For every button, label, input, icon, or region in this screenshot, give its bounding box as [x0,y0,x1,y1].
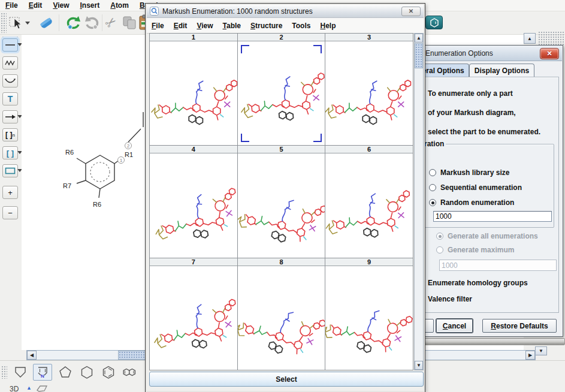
menu-tools[interactable]: Tools [287,22,315,30]
molecule-structure [150,42,237,145]
template-cyclopentane-flat[interactable] [11,364,30,381]
menu-insert[interactable]: Insert [75,0,105,11]
r6-label: R6 [65,149,74,156]
select-tool-icon[interactable] [8,14,31,32]
text-tool[interactable]: T [2,92,18,105]
scroll-up-arrow[interactable]: ▲ [415,34,423,43]
molecule-structure [238,154,325,257]
molecule-structure [238,42,325,145]
rectangle-tool[interactable] [2,164,18,177]
menu-file[interactable]: File [0,0,23,11]
repeat-brackets-tool[interactable]: [ ]n [2,128,18,141]
restore-defaults-button[interactable]: Restore Defaults [482,319,557,333]
grid-cell-2[interactable]: 2 [238,34,325,145]
cell-number: 6 [325,146,413,153]
redo-icon[interactable] [83,14,102,32]
template-naphthalene[interactable] [120,364,140,381]
minus-charge-tool[interactable]: − [2,206,18,219]
grid-cell-4[interactable]: 4 [150,146,237,257]
plus-charge-tool[interactable]: + [2,186,18,199]
canvas-scroll-down[interactable]: ▼ [535,346,547,355]
magnifier-icon [150,7,159,16]
markush-enumeration-window: Markush Enumeration: 1000 random structu… [145,3,425,392]
window-titlebar[interactable]: Markush Enumeration: 1000 random structu… [147,5,424,18]
random-count-input[interactable] [433,211,552,222]
checkbox-valence-filter-label[interactable]: Valence filter [428,295,472,303]
menu-file[interactable]: File [147,22,169,30]
markush-diagram[interactable]: R6 R7 R6 R1 1 2 [57,105,153,219]
polygon-icon[interactable] [35,384,49,392]
scroll-left-arrow[interactable]: ◀ [27,351,37,360]
cell-number: 2 [238,34,325,41]
grid-cell-7[interactable]: 7 [150,258,237,370]
3d-label: 3D [10,385,19,392]
radio-icon[interactable] [429,199,436,206]
grid-cell-3[interactable]: 3 [325,34,413,145]
window-title: Markush Enumeration: 1000 random structu… [162,7,313,16]
r1-label: R1 [125,151,133,158]
radio-random-enumeration[interactable]: Random enumeration [429,198,514,207]
single-bond-tool[interactable] [2,38,18,52]
grid-cell-1[interactable]: 1 [150,34,237,145]
arc-tool[interactable] [2,74,18,88]
panel-splitter[interactable] [419,338,565,345]
template-pyrrole[interactable]: N [33,364,52,381]
undo-icon[interactable] [64,14,83,32]
radio-markush-library-size[interactable]: Markush library size [429,168,509,177]
close-icon[interactable]: ✕ [540,48,559,59]
scroll-right-arrow[interactable]: ▶ [525,351,535,360]
menu-table[interactable]: Table [218,22,246,30]
grid-vscrollbar[interactable]: ▲ ▼ [414,33,424,370]
cut-icon[interactable]: ✂ [105,14,116,32]
attachment-point-2: 2 [127,143,129,149]
molecule-structure [150,267,237,370]
molecule-structure [325,267,413,370]
template-cyclohexane[interactable] [77,364,96,381]
menu-help[interactable]: Help [315,22,340,30]
menu-edit[interactable]: Edit [169,22,192,30]
template-benzene[interactable] [99,364,118,381]
tab-display-options[interactable]: Display Options [469,64,534,77]
brackets-tool[interactable]: [ ] [2,146,18,159]
eraser-icon[interactable] [37,14,55,32]
template-cyclopentane[interactable] [56,364,75,381]
radio-icon[interactable] [429,169,436,176]
chain-tool[interactable] [2,56,18,70]
toolbar-drag-handle[interactable] [1,366,7,379]
copy-icon[interactable] [121,14,139,32]
maximum-count-input [439,260,557,271]
menu-structure[interactable]: Structure [246,22,287,30]
menu-atom[interactable]: Atom [105,0,134,11]
structure-insert-icon[interactable] [425,16,443,29]
cell-number: 7 [150,258,237,266]
menu-view[interactable]: View [192,22,217,30]
molecule-structure [325,42,413,145]
attachment-point-1: 1 [120,158,122,163]
toolbar-drag-handle[interactable] [538,31,565,45]
arrow-tool[interactable] [2,110,18,123]
grid-cell-8[interactable]: 8 [238,258,325,370]
menu-view[interactable]: View [47,0,74,11]
menu-edit[interactable]: Edit [23,0,48,11]
radio-icon[interactable] [429,184,436,191]
radio-generate-all: Generate all enumerations [436,232,538,240]
up-arrow-icon[interactable]: ▲ [26,385,32,391]
cancel-button[interactable]: Cancel [436,319,473,333]
grid-cell-9[interactable]: 9 [325,258,413,370]
cell-number: 3 [325,34,413,41]
scroll-down-arrow[interactable]: ▼ [415,361,423,370]
dialog-title: Enumeration Options [425,49,493,58]
checkbox-enumerate-homology-label[interactable]: Enumerate homology groups [428,279,528,287]
structure-grid: 1 2 3 4 5 6 7 [149,33,413,370]
close-icon[interactable]: ✕ [401,7,421,16]
vscroll-thumb[interactable] [415,43,423,68]
canvas-scroll-up[interactable]: ▲ [524,33,536,44]
grid-cell-6[interactable]: 6 [325,146,413,257]
molecule-structure [325,154,413,257]
r7-label: R7 [63,182,71,189]
radio-sequential-enumeration[interactable]: Sequential enumeration [429,183,522,192]
cell-number: 8 [238,258,325,266]
select-button[interactable]: Select [149,372,424,387]
toolbar-drag-handle[interactable] [1,13,7,33]
grid-cell-5[interactable]: 5 [238,146,325,257]
